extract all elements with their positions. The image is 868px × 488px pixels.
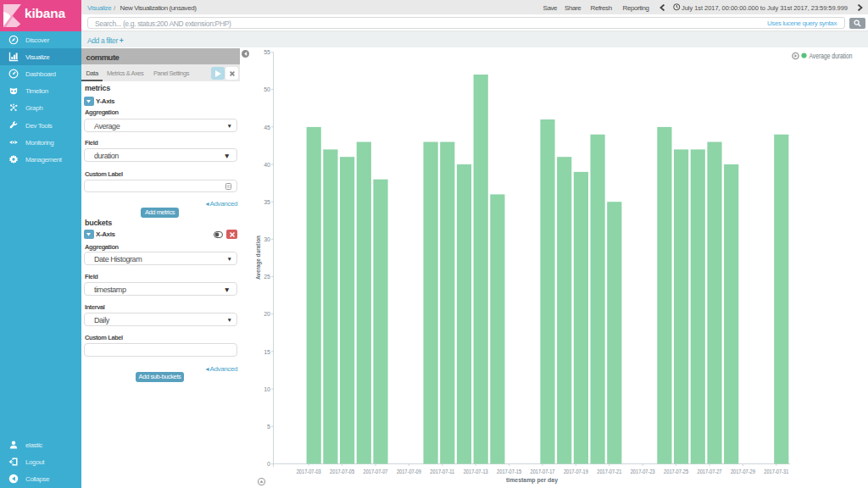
- svg-text:2017-07-07: 2017-07-07: [364, 468, 388, 475]
- svg-text:45: 45: [264, 125, 270, 130]
- svg-text:2017-07-05: 2017-07-05: [330, 468, 354, 475]
- svg-text:2017-07-29: 2017-07-29: [731, 468, 755, 475]
- svg-text:2017-07-13: 2017-07-13: [464, 468, 488, 475]
- svg-text:40: 40: [264, 162, 270, 168]
- svg-text:10: 10: [264, 386, 270, 392]
- svg-text:50: 50: [264, 86, 270, 92]
- svg-text:0: 0: [267, 461, 270, 467]
- svg-text:2017-07-17: 2017-07-17: [531, 468, 555, 475]
- svg-text:Average duration: Average duration: [810, 52, 853, 60]
- svg-text:2017-07-03: 2017-07-03: [297, 468, 321, 475]
- svg-text:15: 15: [264, 349, 270, 355]
- svg-text:20: 20: [264, 311, 270, 317]
- svg-text:timestamp per day: timestamp per day: [506, 476, 558, 484]
- svg-text:2017-07-15: 2017-07-15: [497, 468, 521, 475]
- svg-text:2017-07-21: 2017-07-21: [597, 468, 621, 475]
- svg-text:2017-07-25: 2017-07-25: [664, 468, 688, 475]
- svg-text:Average duration: Average duration: [254, 236, 262, 280]
- svg-text:2017-07-31: 2017-07-31: [764, 468, 788, 475]
- svg-text:2017-07-23: 2017-07-23: [631, 468, 655, 475]
- svg-text:2017-07-09: 2017-07-09: [397, 468, 421, 475]
- svg-text:2017-07-27: 2017-07-27: [698, 468, 722, 475]
- svg-text:5: 5: [267, 424, 270, 430]
- svg-text:55: 55: [264, 49, 270, 55]
- svg-text:25: 25: [264, 274, 270, 280]
- svg-text:30: 30: [264, 236, 270, 242]
- svg-text:2017-07-11: 2017-07-11: [430, 468, 454, 475]
- svg-text:35: 35: [264, 199, 270, 205]
- svg-text:2017-07-19: 2017-07-19: [564, 468, 588, 475]
